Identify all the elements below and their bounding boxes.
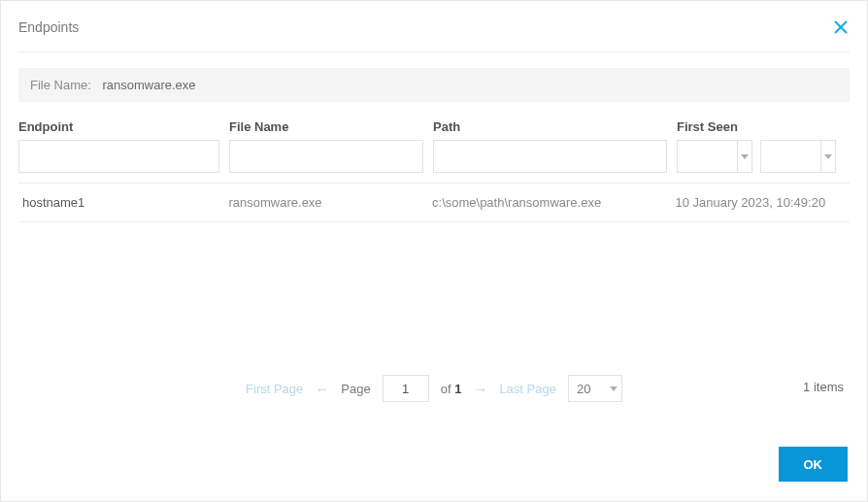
of-label: of 1 (441, 382, 462, 396)
column-header-endpoint[interactable]: Endpoint (18, 119, 219, 140)
dialog-title: Endpoints (18, 19, 79, 35)
page-label: Page (341, 382, 370, 396)
dialog-header: Endpoints (18, 18, 850, 52)
endpoints-dialog: Endpoints File Name: ransomware.exe Endp… (0, 0, 868, 502)
page-size-select[interactable]: 20 (568, 375, 622, 402)
cell-endpoint: hostname1 (18, 195, 219, 210)
prev-page-icon[interactable]: ← (315, 381, 329, 397)
cell-path: c:\some\path\ransomware.exe (432, 195, 665, 210)
column-header-filename[interactable]: File Name (229, 119, 423, 140)
filter-path-input[interactable] (433, 140, 667, 173)
filter-firstseen-to-input[interactable] (761, 141, 820, 172)
column-header-path[interactable]: Path (433, 119, 667, 140)
chevron-down-icon[interactable] (737, 141, 751, 172)
next-page-icon[interactable]: → (473, 381, 487, 397)
column-header-firstseen[interactable]: First Seen (677, 119, 842, 140)
cell-firstseen: 10 January 2023, 10:49:20 (675, 195, 850, 210)
pager: First Page ← Page of 1 → Last Page 20 (1, 375, 867, 402)
filter-firstseen-from[interactable] (677, 140, 752, 173)
ok-button[interactable]: OK (779, 447, 849, 482)
chevron-down-icon[interactable] (820, 141, 835, 172)
items-count: 1 items (803, 380, 844, 394)
filter-firstseen-from-input[interactable] (678, 141, 737, 172)
table-header: Endpoint File Name Path First Seen (18, 119, 850, 173)
cell-filename: ransomware.exe (229, 195, 423, 210)
close-icon[interactable] (832, 18, 850, 36)
filter-firstseen-to[interactable] (760, 140, 836, 173)
page-input[interactable] (383, 375, 429, 402)
filter-endpoint-input[interactable] (18, 140, 219, 173)
file-name-value: ransomware.exe (102, 78, 195, 92)
page-size-value: 20 (569, 376, 606, 401)
first-page-link[interactable]: First Page (246, 382, 303, 396)
filter-filename-input[interactable] (229, 140, 423, 173)
last-page-link[interactable]: Last Page (499, 382, 556, 396)
table-row[interactable]: hostname1 ransomware.exe c:\some\path\ra… (18, 183, 850, 222)
chevron-down-icon[interactable] (606, 376, 621, 401)
table-body: hostname1 ransomware.exe c:\some\path\ra… (18, 183, 850, 222)
file-name-bar: File Name: ransomware.exe (18, 68, 850, 102)
file-name-label: File Name: (30, 78, 91, 92)
